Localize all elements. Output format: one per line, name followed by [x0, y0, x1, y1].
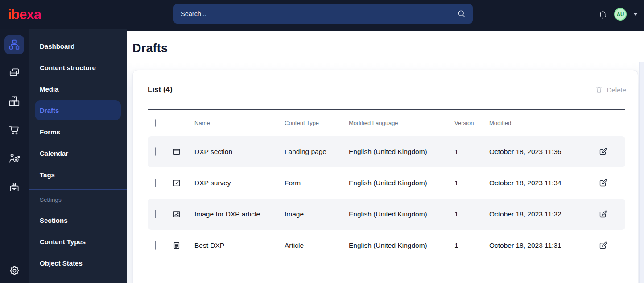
- col-header-version: Version: [454, 120, 489, 126]
- cell-language: English (United Kingdom): [349, 210, 454, 218]
- trash-icon: [595, 86, 603, 94]
- article-icon: [172, 241, 181, 250]
- edit-button[interactable]: [599, 147, 607, 156]
- row-checkbox[interactable]: [155, 179, 156, 187]
- customer-target-icon: [8, 153, 20, 164]
- notifications-bell-icon[interactable]: [598, 10, 607, 19]
- main-content: Drafts List (4) Delete Na: [127, 29, 644, 283]
- sidebar-item-sections[interactable]: Sections: [29, 209, 127, 231]
- cell-language: English (United Kingdom): [349, 241, 454, 250]
- media-cards-icon: [8, 67, 20, 79]
- page-title: Drafts: [132, 42, 644, 55]
- search-icon[interactable]: [457, 9, 466, 18]
- sidebar-item-dashboard[interactable]: Dashboard: [29, 35, 127, 57]
- sidebar-item-content-structure[interactable]: Content structure: [29, 57, 127, 78]
- cell-version: 1: [454, 241, 489, 250]
- col-header-modified: Modified: [489, 120, 599, 126]
- image-icon: [172, 210, 181, 219]
- drafts-card: List (4) Delete Name Content Type: [132, 70, 638, 283]
- rail-item-badge[interactable]: [8, 178, 20, 206]
- edit-button[interactable]: [599, 210, 607, 219]
- cell-name: DXP section: [194, 148, 285, 156]
- sidebar-item-calendar[interactable]: Calendar: [29, 142, 127, 164]
- settings-section-label: Settings: [29, 190, 127, 209]
- list-count-title: List (4): [148, 85, 173, 94]
- sidebar-item-forms[interactable]: Forms: [29, 121, 127, 142]
- row-checkbox[interactable]: [155, 241, 156, 250]
- vertical-scrollbar[interactable]: [639, 62, 644, 283]
- table-row[interactable]: DXP survey Form English (United Kingdom)…: [148, 167, 625, 199]
- rail-item-content[interactable]: [4, 35, 24, 54]
- cell-modified: October 18, 2023 11:32: [489, 210, 599, 218]
- edit-button[interactable]: [599, 179, 607, 187]
- cell-modified: October 18, 2023 11:31: [489, 241, 599, 250]
- cell-language: English (United Kingdom): [349, 179, 454, 187]
- landing-page-icon: [172, 147, 181, 156]
- content-sitemap-icon: [8, 39, 20, 50]
- cell-modified: October 18, 2023 11:34: [489, 179, 599, 187]
- cell-name: DXP survey: [194, 179, 285, 187]
- form-icon: [172, 179, 181, 187]
- commerce-cart-icon: [8, 124, 20, 136]
- col-header-content-type: Content Type: [285, 120, 349, 126]
- row-checkbox[interactable]: [155, 210, 156, 218]
- chevron-down-icon[interactable]: [633, 13, 638, 16]
- cell-name: Image for DXP article: [194, 210, 285, 218]
- table-row[interactable]: DXP section Landing page English (United…: [148, 136, 625, 167]
- table-row[interactable]: Image for DXP article Image English (Uni…: [148, 199, 625, 230]
- search-input[interactable]: [173, 10, 457, 17]
- cell-version: 1: [454, 210, 489, 218]
- cell-content-type: Article: [285, 241, 349, 250]
- gear-icon: [9, 265, 20, 276]
- icon-rail: [0, 29, 29, 283]
- edit-icon: [599, 179, 607, 187]
- sidebar-item-content-types[interactable]: Content Types: [29, 231, 127, 252]
- avatar-initials: AU: [617, 12, 624, 17]
- cell-modified: October 18, 2023 11:36: [489, 148, 599, 156]
- rail-item-settings[interactable]: [0, 258, 29, 283]
- edit-icon: [599, 147, 607, 156]
- col-header-name: Name: [194, 120, 285, 126]
- cell-content-type: Image: [285, 210, 349, 218]
- ibexa-logo: ibexa: [8, 8, 41, 21]
- drafts-table: Name Content Type Modified Language Vers…: [148, 109, 625, 261]
- sidebar: Dashboard Content structure Media Drafts…: [29, 29, 127, 283]
- col-header-modified-language: Modified Language: [349, 120, 454, 126]
- row-checkbox[interactable]: [155, 147, 156, 156]
- delete-label: Delete: [607, 86, 626, 94]
- cell-version: 1: [454, 148, 489, 156]
- edit-icon: [599, 210, 607, 219]
- rail-item-products[interactable]: [8, 92, 20, 121]
- cell-name: Best DXP: [194, 241, 285, 250]
- product-packages-icon: [8, 96, 20, 107]
- sidebar-item-tags[interactable]: Tags: [29, 164, 127, 185]
- cell-language: English (United Kingdom): [349, 148, 454, 156]
- cell-content-type: Form: [285, 179, 349, 187]
- edit-icon: [599, 241, 607, 250]
- avatar[interactable]: AU: [614, 8, 627, 21]
- rail-item-commerce[interactable]: [8, 121, 20, 149]
- table-header-row: Name Content Type Modified Language Vers…: [148, 110, 625, 136]
- table-row[interactable]: Best DXP Article English (United Kingdom…: [148, 230, 625, 261]
- rail-item-customers[interactable]: [8, 149, 20, 178]
- delete-button[interactable]: Delete: [595, 86, 626, 94]
- rail-item-media[interactable]: [8, 63, 20, 92]
- top-bar: ibexa AU: [0, 0, 644, 29]
- select-all-checkbox[interactable]: [155, 119, 156, 127]
- topbar-actions: AU: [598, 0, 638, 29]
- global-search[interactable]: [173, 4, 473, 24]
- cell-version: 1: [454, 179, 489, 187]
- sidebar-item-media[interactable]: Media: [29, 78, 127, 100]
- sidebar-item-object-states[interactable]: Object States: [29, 252, 127, 274]
- cell-content-type: Landing page: [285, 148, 349, 156]
- edit-button[interactable]: [599, 241, 607, 250]
- badge-icon: [8, 181, 20, 193]
- sidebar-item-drafts[interactable]: Drafts: [35, 100, 121, 120]
